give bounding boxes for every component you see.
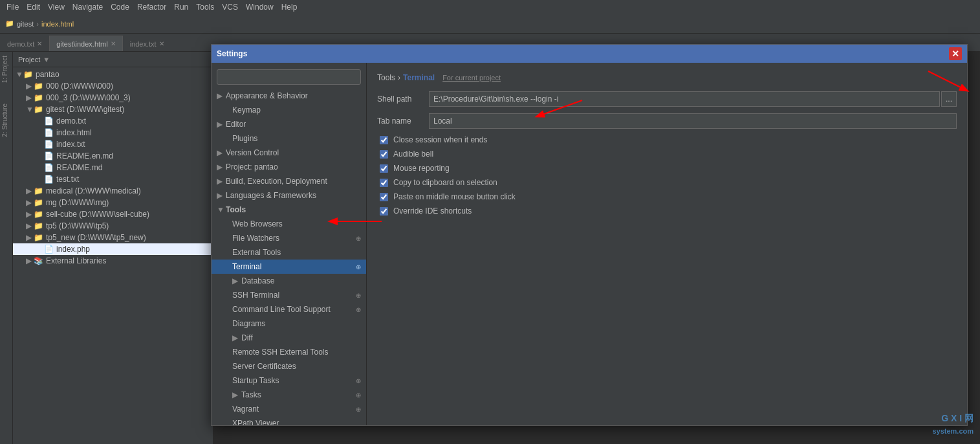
chevron-right-icon: ▶ xyxy=(217,162,224,172)
settings-item-vagrant[interactable]: Vagrant ⊕ xyxy=(212,402,366,416)
settings-item-diagrams[interactable]: Diagrams xyxy=(212,316,366,331)
folder-icon: 📁 xyxy=(23,70,34,79)
settings-item-database[interactable]: ▶ Database xyxy=(212,274,366,288)
checkbox-paste-on-middle-mouse-button-click[interactable] xyxy=(380,193,388,201)
toolbar-file-label[interactable]: index.html xyxy=(41,20,74,28)
chevron-right-icon: ▶ xyxy=(232,276,240,285)
menu-file[interactable]: File xyxy=(3,1,23,13)
tab-name-input[interactable] xyxy=(429,113,957,129)
toolbar-project-label[interactable]: gitest xyxy=(17,20,34,28)
arrow-icon: ▶ xyxy=(26,186,34,195)
tab-index-txt-close[interactable]: ✕ xyxy=(159,40,164,47)
settings-item-external-tools[interactable]: External Tools xyxy=(212,245,366,260)
list-item[interactable]: ▶ 📁 000 (D:\WWW\000) xyxy=(13,80,213,92)
settings-item-build[interactable]: ▶ Build, Execution, Deployment xyxy=(212,174,366,188)
project-dropdown-icon[interactable]: ▼ xyxy=(43,56,50,63)
sidebar-structure-tab[interactable]: 2: Structure xyxy=(0,100,12,141)
checkbox-audible-bell[interactable] xyxy=(380,150,388,159)
tab-index-html[interactable]: gitest\index.html ✕ xyxy=(49,36,122,51)
sidebar-project-tab[interactable]: 1: Project xyxy=(0,52,12,87)
settings-item-startup-tasks[interactable]: Startup Tasks ⊕ xyxy=(212,373,366,388)
checkbox-row: Copy to clipboard on selection xyxy=(377,178,957,187)
settings-item-server-certs[interactable]: Server Certificates xyxy=(212,359,366,373)
settings-item-cmdline[interactable]: Command Line Tool Support ⊕ xyxy=(212,302,366,316)
file-icon: 📄 xyxy=(44,128,54,137)
vagrant-icon: ⊕ xyxy=(356,406,361,413)
list-item[interactable]: 📄 README.en.md xyxy=(13,150,213,162)
settings-item-web-browsers[interactable]: Web Browsers xyxy=(212,217,366,231)
settings-item-project[interactable]: ▶ Project: pantao xyxy=(212,160,366,174)
settings-item-tasks[interactable]: ▶ Tasks ⊕ xyxy=(212,388,366,402)
for-current-project-link[interactable]: For current project xyxy=(442,74,501,82)
checkbox-mouse-reporting[interactable] xyxy=(380,164,388,173)
settings-item-version-control[interactable]: ▶ Version Control xyxy=(212,146,366,160)
tab-demo-close[interactable]: ✕ xyxy=(37,40,42,47)
menu-code[interactable]: Code xyxy=(107,1,133,13)
list-item[interactable]: ▶ 📁 000_3 (D:\WWW\000_3) xyxy=(13,92,213,104)
dialog-close-button[interactable]: ✕ xyxy=(949,47,962,60)
settings-item-editor[interactable]: ▶ Editor xyxy=(212,117,366,131)
menu-refactor[interactable]: Refactor xyxy=(133,1,170,13)
menu-vcs[interactable]: VCS xyxy=(218,1,242,13)
tab-index-html-label: gitest\index.html xyxy=(56,40,107,48)
tab-demo[interactable]: demo.txt ✕ xyxy=(0,36,49,51)
list-item[interactable]: ▶ 📁 tp5_new (D:\WWW\tp5_new) xyxy=(13,232,213,243)
settings-item-file-watchers[interactable]: File Watchers ⊕ xyxy=(212,231,366,245)
settings-item-keymap[interactable]: Keymap xyxy=(212,103,366,117)
settings-item-languages[interactable]: ▶ Languages & Frameworks xyxy=(212,188,366,203)
checkbox-copy-to-clipboard-on-selection[interactable] xyxy=(380,179,388,187)
settings-item-diff[interactable]: ▶ Diff xyxy=(212,331,366,345)
list-item[interactable]: 📄 test.txt xyxy=(13,173,213,185)
settings-item-terminal[interactable]: Terminal ⊕ xyxy=(212,260,366,274)
settings-item-ssh-terminal[interactable]: SSH Terminal ⊕ xyxy=(212,288,366,302)
tab-index-html-close[interactable]: ✕ xyxy=(111,40,116,47)
list-item[interactable]: 📄 index.html xyxy=(13,127,213,139)
menu-help[interactable]: Help xyxy=(278,1,301,13)
list-item[interactable]: 📄 README.md xyxy=(13,162,213,173)
shell-path-browse-button[interactable]: ... xyxy=(941,91,957,107)
file-icon: 📄 xyxy=(44,163,54,172)
checkbox-close-session-when-it-ends[interactable] xyxy=(380,136,388,144)
shell-path-input[interactable] xyxy=(429,91,940,107)
settings-item-plugins[interactable]: Plugins xyxy=(212,131,366,146)
checkbox-label: Close session when it ends xyxy=(393,135,487,144)
watermark: G X I 网 system.com xyxy=(932,412,974,438)
tab-index-txt[interactable]: index.txt ✕ xyxy=(123,36,171,51)
settings-search-input[interactable] xyxy=(217,69,361,85)
list-item[interactable]: ▶ 📁 tp5 (D:\WWW\tp5) xyxy=(13,220,213,232)
file-icon: 📄 xyxy=(44,117,54,126)
list-item[interactable]: 📄 demo.txt xyxy=(13,115,213,127)
list-item[interactable]: ▶ 📁 medical (D:\WWW\medical) xyxy=(13,185,213,197)
list-item[interactable]: ▼ 📁 pantao xyxy=(13,69,213,80)
list-item[interactable]: ▶ 📁 sell-cube (D:\WWW\sell-cube) xyxy=(13,208,213,220)
list-item[interactable]: 📄 index.txt xyxy=(13,139,213,150)
menu-edit[interactable]: Edit xyxy=(23,1,44,13)
settings-item-remote-ssh[interactable]: Remote SSH External Tools xyxy=(212,345,366,359)
settings-item-tools[interactable]: ▼ Tools xyxy=(212,203,366,217)
settings-item-xpath[interactable]: XPath Viewer xyxy=(212,416,366,425)
menu-navigate[interactable]: Navigate xyxy=(69,1,107,13)
dialog-body: ▶ Appearance & Behavior Keymap ▶ Editor … xyxy=(212,63,967,425)
toolbar: 📁 gitest › index.html xyxy=(0,14,980,34)
breadcrumb-current: Terminal xyxy=(403,73,435,82)
list-item[interactable]: 📄 index.php xyxy=(13,243,213,255)
checkbox-label: Mouse reporting xyxy=(393,164,450,173)
left-sidebar: 1: Project 2: Structure xyxy=(0,52,13,444)
arrow-icon: ▶ xyxy=(26,93,34,102)
settings-nav: ▶ Appearance & Behavior Keymap ▶ Editor … xyxy=(212,63,367,425)
list-item[interactable]: ▶ 📚 External Libraries xyxy=(13,255,213,267)
ide-background: File Edit View Navigate Code Refactor Ru… xyxy=(0,0,980,444)
chevron-right-icon: ▶ xyxy=(217,120,224,129)
menu-run[interactable]: Run xyxy=(170,1,192,13)
shell-path-label: Shell path xyxy=(377,94,429,104)
menu-view[interactable]: View xyxy=(44,1,69,13)
checkbox-label: Override IDE shortcuts xyxy=(393,206,472,216)
menu-window[interactable]: Window xyxy=(242,1,278,13)
menu-tools[interactable]: Tools xyxy=(192,1,218,13)
settings-dialog: Settings ✕ ▶ Appearance & Behavior Keyma… xyxy=(211,44,968,426)
list-item[interactable]: ▶ 📁 mg (D:\WWW\mg) xyxy=(13,197,213,208)
settings-content: Tools › Terminal For current project She… xyxy=(367,63,967,425)
settings-item-appearance[interactable]: ▶ Appearance & Behavior xyxy=(212,89,366,103)
checkbox-override-ide-shortcuts[interactable] xyxy=(380,207,388,216)
list-item[interactable]: ▼ 📁 gitest (D:\WWW\gitest) xyxy=(13,104,213,115)
